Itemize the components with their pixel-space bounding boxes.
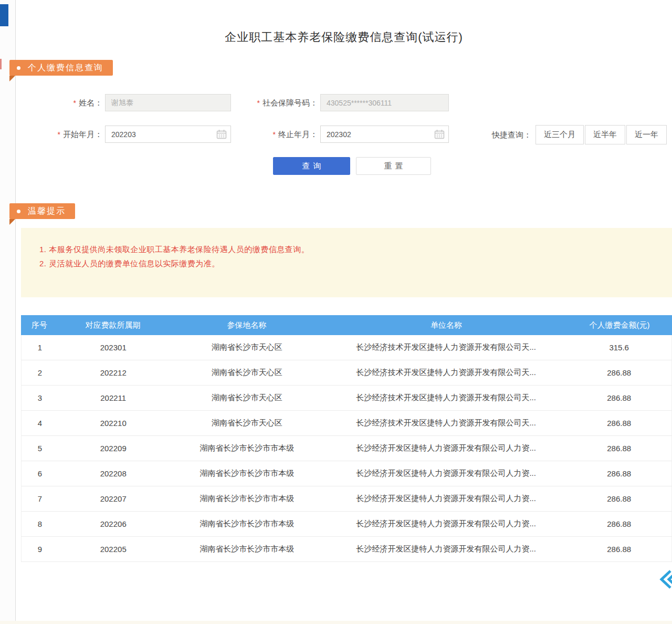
table-cell: 6 [22, 469, 58, 478]
section-badge-tips: 温馨提示 [9, 203, 75, 219]
table-cell: 长沙经济开发区捷特人力资源开发有限公司人力资... [326, 469, 566, 479]
page-root: 企业职工基本养老保险缴费信息查询(试运行) 个人缴费信息查询 *姓名： *社会保… [0, 0, 672, 624]
table-cell: 长沙经济开发区捷特人力资源开发有限公司人力资... [326, 544, 566, 554]
column-header: 个人缴费金额(元) [567, 320, 672, 330]
table-cell: 202205 [58, 545, 169, 554]
table-cell: 湖南省长沙市长沙市市本级 [169, 519, 326, 529]
badge-ribbon-fold [9, 76, 15, 81]
quick-query-group: 近三个月近半年近一年 [536, 125, 667, 144]
tip-line: 2. 灵活就业人员的缴费单位信息以实际缴费为准。 [39, 256, 662, 271]
table-cell: 3 [22, 393, 58, 402]
table-cell: 长沙经济开发区捷特人力资源开发有限公司人力资... [326, 519, 566, 529]
ssn-input [320, 94, 449, 111]
start-month-label: *开始年月： [37, 126, 102, 143]
column-header: 序号 [21, 320, 58, 330]
end-month-label: *终止年月： [242, 126, 318, 143]
table-cell: 202207 [58, 494, 169, 503]
table-body: 1202301湖南省长沙市天心区长沙经济技术开发区捷特人力资源开发有限公司天..… [21, 335, 672, 562]
table-cell: 202212 [58, 368, 169, 377]
footer-strip [0, 621, 672, 624]
sidebar-clipped-mark [0, 59, 2, 69]
required-asterisk: * [74, 99, 76, 107]
section-badge-personal-query: 个人缴费信息查询 [9, 60, 113, 76]
table-row: 1202301湖南省长沙市天心区长沙经济技术开发区捷特人力资源开发有限公司天..… [21, 335, 672, 360]
table-cell: 202208 [58, 469, 169, 478]
reset-button[interactable]: 重置 [356, 157, 431, 175]
table-row: 8202206湖南省长沙市长沙市市本级长沙经济开发区捷特人力资源开发有限公司人力… [21, 512, 672, 537]
results-table: 序号对应费款所属期参保地名称单位名称个人缴费金额(元) 1202301湖南省长沙… [21, 315, 672, 562]
table-row: 9202205湖南省长沙市长沙市市本级长沙经济开发区捷特人力资源开发有限公司人力… [21, 537, 672, 562]
required-asterisk: * [257, 99, 260, 107]
table-row: 3202211湖南省长沙市天心区长沙经济技术开发区捷特人力资源开发有限公司天..… [21, 386, 672, 411]
table-header-row: 序号对应费款所属期参保地名称单位名称个人缴费金额(元) [21, 315, 672, 335]
name-label: *姓名： [37, 94, 102, 111]
end-month-field-wrap [320, 126, 449, 143]
quick-query-label: 快捷查询： [486, 125, 531, 144]
quick-query-button-1[interactable]: 近三个月 [536, 125, 584, 144]
table-cell: 湖南省长沙市天心区 [169, 342, 326, 352]
tip-line: 1. 本服务仅提供尚未领取企业职工基本养老保险待遇人员的缴费信息查询。 [39, 242, 662, 256]
table-cell: 长沙经济技术开发区捷特人力资源开发有限公司天... [326, 368, 566, 378]
table-cell: 202301 [58, 343, 169, 352]
table-cell: 9 [22, 545, 58, 554]
table-cell: 湖南省长沙市天心区 [169, 418, 326, 428]
left-sidebar-edge [0, 0, 16, 624]
column-header: 单位名称 [326, 320, 567, 330]
calendar-icon[interactable] [434, 129, 445, 139]
table-cell: 2 [22, 368, 58, 377]
table-cell: 5 [22, 444, 58, 453]
required-asterisk: * [58, 130, 60, 139]
table-cell: 长沙经济开发区捷特人力资源开发有限公司人力资... [326, 494, 566, 504]
table-cell: 4 [22, 419, 58, 428]
table-row: 7202207湖南省长沙市长沙市市本级长沙经济开发区捷特人力资源开发有限公司人力… [21, 486, 672, 512]
collapse-left-chevron-icon[interactable] [657, 569, 672, 589]
table-row: 4202210湖南省长沙市天心区长沙经济技术开发区捷特人力资源开发有限公司天..… [21, 411, 672, 436]
table-cell: 长沙经济技术开发区捷特人力资源开发有限公司天... [326, 393, 566, 403]
ssn-field-wrap [320, 94, 449, 111]
table-cell: 湖南省长沙市长沙市市本级 [169, 443, 326, 453]
start-month-input[interactable] [105, 126, 231, 143]
column-header: 参保地名称 [168, 320, 326, 330]
section-badge-label: 温馨提示 [28, 206, 66, 217]
table-cell: 长沙经济技术开发区捷特人力资源开发有限公司天... [326, 418, 566, 428]
table-cell: 湖南省长沙市天心区 [169, 368, 326, 378]
table-cell: 湖南省长沙市长沙市市本级 [169, 494, 326, 504]
name-input [105, 94, 231, 111]
table-row: 5202209湖南省长沙市长沙市市本级长沙经济开发区捷特人力资源开发有限公司人力… [21, 436, 672, 461]
query-button[interactable]: 查询 [273, 157, 350, 175]
table-cell: 202210 [58, 419, 169, 428]
quick-query-button-2[interactable]: 近半年 [585, 125, 625, 144]
table-cell: 湖南省长沙市长沙市市本级 [169, 544, 326, 554]
required-asterisk: * [273, 130, 276, 139]
table-cell: 286.88 [566, 393, 671, 402]
table-cell: 湖南省长沙市天心区 [169, 393, 326, 403]
table-cell: 315.6 [566, 343, 671, 352]
name-field-wrap [105, 94, 231, 111]
table-cell: 长沙经济技术开发区捷特人力资源开发有限公司天... [326, 342, 566, 352]
table-cell: 286.88 [566, 494, 671, 503]
table-cell: 286.88 [566, 519, 671, 528]
table-cell: 8 [22, 519, 58, 528]
start-month-field-wrap [105, 126, 231, 143]
table-cell: 7 [22, 494, 58, 503]
tips-box: 1. 本服务仅提供尚未领取企业职工基本养老保险待遇人员的缴费信息查询。2. 灵活… [21, 228, 672, 297]
bullet-icon [17, 66, 20, 70]
bullet-icon [17, 210, 20, 213]
table-cell: 202206 [58, 519, 169, 528]
table-cell: 286.88 [566, 545, 671, 554]
corner-blue-block [0, 4, 8, 26]
calendar-icon[interactable] [216, 129, 227, 139]
ssn-label: *社会保障号码： [226, 94, 318, 111]
table-row: 2202212湖南省长沙市天心区长沙经济技术开发区捷特人力资源开发有限公司天..… [21, 360, 672, 386]
table-cell: 1 [22, 343, 58, 352]
table-cell: 202211 [58, 393, 169, 402]
page-title: 企业职工基本养老保险缴费信息查询(试运行) [16, 29, 672, 45]
table-cell: 202209 [58, 444, 169, 453]
table-cell: 286.88 [566, 368, 671, 377]
table-cell: 286.88 [566, 419, 671, 428]
column-header: 对应费款所属期 [58, 320, 168, 330]
table-cell: 286.88 [566, 444, 671, 453]
quick-query-button-3[interactable]: 近一年 [626, 125, 667, 144]
end-month-input[interactable] [320, 126, 449, 143]
table-row: 6202208湖南省长沙市长沙市市本级长沙经济开发区捷特人力资源开发有限公司人力… [21, 461, 672, 486]
